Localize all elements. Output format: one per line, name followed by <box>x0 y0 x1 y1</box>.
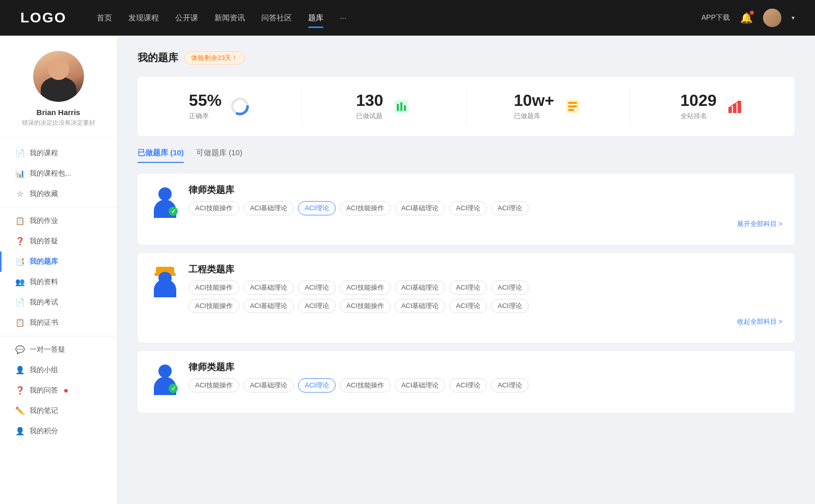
sidebar-item-my-course[interactable]: 📄 我的课程 <box>0 143 117 163</box>
sidebar-item-my-certificate[interactable]: 📋 我的证书 <box>0 313 117 333</box>
qbank-tag[interactable]: ACI技能操作 <box>340 281 391 295</box>
questions-chart-icon <box>391 96 412 117</box>
sidebar-item-my-notes[interactable]: ✏️ 我的笔记 <box>0 401 117 421</box>
qbank-tag[interactable]: ACI基础理论 <box>243 201 294 215</box>
qbank-tag[interactable]: ACI基础理论 <box>243 378 294 393</box>
qbank-tag-active[interactable]: ACI理论 <box>298 378 336 393</box>
points-icon: 👤 <box>15 427 24 436</box>
qbank-tags-lawyer1: ACI技能操作 ACI基础理论 ACI理论 ACI技能操作 ACI基础理论 AC… <box>188 201 782 215</box>
page-body: Brian Harris 错误的决定比没有决定要好 📄 我的课程 📊 我的课程包… <box>0 36 815 504</box>
qbank-tag[interactable]: ACI技能操作 <box>340 378 391 393</box>
qbank-tag[interactable]: ACI技能操作 <box>188 378 239 393</box>
sidebar-item-my-qbank[interactable]: 📑 我的题库 <box>0 251 117 272</box>
svg-rect-8 <box>568 105 577 107</box>
sidebar-item-label: 一对一答疑 <box>30 345 65 354</box>
qbank-icon: 📑 <box>15 257 24 266</box>
sidebar-avatar <box>33 51 84 102</box>
sidebar-item-my-profile[interactable]: 👥 我的资料 <box>0 272 117 292</box>
qbank-tag[interactable]: ACI理论 <box>449 201 487 215</box>
sidebar-item-label: 我的收藏 <box>30 189 58 199</box>
nav-home[interactable]: 首页 <box>97 11 112 25</box>
trial-badge: 体验剩余23天！ <box>184 51 244 65</box>
expand-button-lawyer1[interactable]: 展开全部科目 > <box>188 219 782 229</box>
qbank-tag[interactable]: ACI技能操作 <box>340 299 391 313</box>
group-icon: 👤 <box>15 366 24 375</box>
qbank-tag[interactable]: ACI基础理论 <box>243 299 294 313</box>
qbank-tag[interactable]: ACI理论 <box>298 299 336 313</box>
qbank-tag[interactable]: ACI基础理论 <box>395 378 446 393</box>
sidebar-item-label: 我的小组 <box>30 366 58 375</box>
course-package-icon: 📊 <box>15 169 24 178</box>
qbank-tag-active[interactable]: ACI理论 <box>298 201 336 215</box>
sidebar-item-my-course-package[interactable]: 📊 我的课程包... <box>0 163 117 184</box>
notes-icon: ✏️ <box>15 406 24 415</box>
answers-notification-dot <box>64 389 68 393</box>
qbank-tag[interactable]: ACI基础理论 <box>395 201 446 215</box>
stat-questions-done: 130 已做试题 <box>302 87 467 126</box>
user-dropdown-arrow[interactable]: ▾ <box>792 14 795 21</box>
tab-done[interactable]: 已做题库 (10) <box>138 148 184 163</box>
sidebar-item-label: 我的题库 <box>30 257 58 266</box>
qbank-tag[interactable]: ACI基础理论 <box>395 299 446 313</box>
collapse-button-engineer1[interactable]: 收起全部科目 > <box>188 317 782 326</box>
sidebar-item-my-homework[interactable]: 📋 我的作业 <box>0 211 117 231</box>
svg-rect-4 <box>400 102 402 111</box>
qbank-tag[interactable]: ACI理论 <box>491 201 529 215</box>
nav-more[interactable]: ··· <box>340 11 346 25</box>
stat-accuracy: 55% 正确率 <box>138 87 302 126</box>
logo[interactable]: LOGO <box>20 10 66 26</box>
qbank-tag[interactable]: ACI技能操作 <box>188 299 239 313</box>
sidebar-item-my-exam[interactable]: 📄 我的考试 <box>0 292 117 313</box>
qbank-tag[interactable]: ACI理论 <box>449 281 487 295</box>
sidebar-item-my-group[interactable]: 👤 我的小组 <box>0 360 117 380</box>
navbar: LOGO 首页 发现课程 公开课 新闻资讯 问答社区 题库 ··· APP下载 … <box>0 0 815 36</box>
sidebar-item-one-on-one[interactable]: 💬 一对一答疑 <box>0 340 117 360</box>
notification-bell[interactable]: 🔔 <box>740 12 753 24</box>
app-download-button[interactable]: APP下载 <box>701 13 730 22</box>
sidebar-item-my-points[interactable]: 👤 我的积分 <box>0 421 117 441</box>
sidebar-item-label: 我的资料 <box>30 277 58 287</box>
qbank-tags-engineer1-row1: ACI技能操作 ACI基础理论 ACI理论 ACI技能操作 ACI基础理论 AC… <box>188 281 782 295</box>
sidebar-divider-2 <box>0 336 117 337</box>
sidebar-item-label: 我的积分 <box>30 427 58 436</box>
qbank-tag[interactable]: ACI理论 <box>298 281 336 295</box>
qbank-tag[interactable]: ACI理论 <box>491 281 529 295</box>
sidebar-item-my-favorites[interactable]: ☆ 我的收藏 <box>0 184 117 204</box>
tab-available[interactable]: 可做题库 (10) <box>196 148 242 163</box>
qbank-tag[interactable]: ACI基础理论 <box>395 281 446 295</box>
qbank-tags-engineer1-row2: ACI技能操作 ACI基础理论 ACI理论 ACI技能操作 ACI基础理论 AC… <box>188 299 782 313</box>
nav-qbank[interactable]: 题库 <box>308 11 323 25</box>
nav-open-course[interactable]: 公开课 <box>175 11 198 25</box>
nav-discover[interactable]: 发现课程 <box>128 11 159 25</box>
stat-questions-label: 已做试题 <box>356 111 383 121</box>
qbank-tag[interactable]: ACI基础理论 <box>243 281 294 295</box>
sidebar-item-my-answers[interactable]: ❓ 我的问答 <box>0 380 117 401</box>
stat-global-rank: 1029 全站排名 <box>631 87 795 126</box>
nav-news[interactable]: 新闻资讯 <box>214 11 245 25</box>
qbank-tag[interactable]: ACI技能操作 <box>188 281 239 295</box>
sidebar-item-label: 我的问答 <box>30 386 58 395</box>
lawyer-check: ✓ <box>169 207 178 216</box>
sidebar-user-name: Brian Harris <box>37 108 80 117</box>
nav-links: 首页 发现课程 公开课 新闻资讯 问答社区 题库 ··· <box>97 11 701 25</box>
qbank-tag[interactable]: ACI理论 <box>491 378 529 393</box>
sidebar-profile: Brian Harris 错误的决定比没有决定要好 <box>0 51 117 138</box>
stat-rank-label: 全站排名 <box>681 111 717 121</box>
favorites-icon: ☆ <box>15 189 24 199</box>
lawyer-icon-2: ✓ <box>150 361 180 397</box>
qbank-tag[interactable]: ACI技能操作 <box>340 201 391 215</box>
qbank-tag[interactable]: ACI理论 <box>449 299 487 313</box>
qbank-info-lawyer1: 律师类题库 ACI技能操作 ACI基础理论 ACI理论 ACI技能操作 ACI基… <box>188 184 782 229</box>
qbank-tag[interactable]: ACI理论 <box>449 378 487 393</box>
avatar[interactable] <box>763 9 781 27</box>
engineer-body <box>154 279 176 297</box>
profile-icon: 👥 <box>15 277 24 287</box>
qbank-tag[interactable]: ACI技能操作 <box>188 201 239 215</box>
lawyer-head <box>158 187 172 201</box>
sidebar-item-label: 我的作业 <box>30 216 58 226</box>
sidebar-item-my-questions[interactable]: ❓ 我的答疑 <box>0 231 117 251</box>
exam-icon: 📄 <box>15 298 24 307</box>
qbank-name-lawyer1: 律师类题库 <box>188 184 782 196</box>
nav-qa[interactable]: 问答社区 <box>261 11 292 25</box>
qbank-tag[interactable]: ACI理论 <box>491 299 529 313</box>
